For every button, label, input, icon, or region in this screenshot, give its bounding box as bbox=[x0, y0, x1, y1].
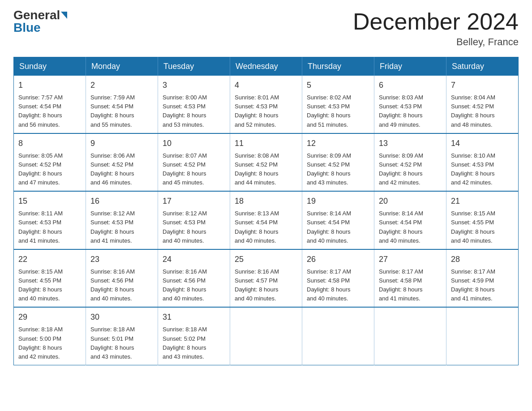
calendar-cell: 12 Sunrise: 8:09 AM Sunset: 4:52 PM Dayl… bbox=[302, 133, 374, 192]
header-monday: Monday bbox=[86, 57, 158, 76]
location-label: Belley, France bbox=[353, 36, 519, 48]
header-sunday: Sunday bbox=[14, 57, 86, 76]
calendar-cell: 28 Sunrise: 8:17 AM Sunset: 4:59 PM Dayl… bbox=[446, 249, 519, 308]
calendar-cell: 22 Sunrise: 8:15 AM Sunset: 4:55 PM Dayl… bbox=[14, 249, 86, 308]
calendar-cell: 7 Sunrise: 8:04 AM Sunset: 4:52 PM Dayli… bbox=[446, 76, 519, 133]
header-tuesday: Tuesday bbox=[158, 57, 230, 76]
calendar-week-row: 22 Sunrise: 8:15 AM Sunset: 4:55 PM Dayl… bbox=[14, 249, 519, 308]
day-number: 31 bbox=[163, 311, 225, 323]
calendar-cell: 15 Sunrise: 8:11 AM Sunset: 4:53 PM Dayl… bbox=[14, 191, 86, 249]
day-number: 28 bbox=[451, 253, 514, 265]
day-info: Sunrise: 8:17 AM Sunset: 4:58 PM Dayligh… bbox=[379, 267, 442, 304]
day-info: Sunrise: 8:18 AM Sunset: 5:00 PM Dayligh… bbox=[18, 325, 81, 361]
header-friday: Friday bbox=[374, 57, 446, 76]
calendar-cell: 6 Sunrise: 8:03 AM Sunset: 4:53 PM Dayli… bbox=[374, 76, 446, 133]
logo-blue-text: Blue bbox=[13, 21, 41, 34]
day-info: Sunrise: 7:59 AM Sunset: 4:54 PM Dayligh… bbox=[90, 93, 153, 129]
calendar-cell: 16 Sunrise: 8:12 AM Sunset: 4:53 PM Dayl… bbox=[86, 191, 158, 249]
day-info: Sunrise: 8:05 AM Sunset: 4:52 PM Dayligh… bbox=[18, 151, 81, 188]
logo-general-text: General bbox=[13, 9, 60, 21]
calendar-table: Sunday Monday Tuesday Wednesday Thursday… bbox=[13, 57, 519, 365]
calendar-cell: 2 Sunrise: 7:59 AM Sunset: 4:54 PM Dayli… bbox=[86, 76, 158, 133]
month-title: December 2024 bbox=[353, 9, 519, 34]
header-saturday: Saturday bbox=[446, 57, 519, 76]
calendar-header-row: Sunday Monday Tuesday Wednesday Thursday… bbox=[14, 57, 519, 76]
page-header: General Blue December 2024 Belley, Franc… bbox=[13, 9, 519, 48]
calendar-week-row: 29 Sunrise: 8:18 AM Sunset: 5:00 PM Dayl… bbox=[14, 307, 519, 365]
day-number: 29 bbox=[18, 311, 81, 323]
calendar-cell: 24 Sunrise: 8:16 AM Sunset: 4:56 PM Dayl… bbox=[158, 249, 230, 308]
calendar-cell bbox=[230, 307, 302, 365]
header-thursday: Thursday bbox=[302, 57, 374, 76]
day-info: Sunrise: 8:18 AM Sunset: 5:02 PM Dayligh… bbox=[163, 325, 225, 361]
day-info: Sunrise: 8:07 AM Sunset: 4:52 PM Dayligh… bbox=[163, 151, 225, 188]
logo-arrow-icon bbox=[61, 12, 67, 19]
day-info: Sunrise: 8:16 AM Sunset: 4:56 PM Dayligh… bbox=[163, 267, 225, 304]
day-number: 12 bbox=[307, 137, 369, 150]
day-info: Sunrise: 8:01 AM Sunset: 4:53 PM Dayligh… bbox=[235, 93, 297, 129]
calendar-cell: 1 Sunrise: 7:57 AM Sunset: 4:54 PM Dayli… bbox=[14, 76, 86, 133]
day-info: Sunrise: 8:09 AM Sunset: 4:52 PM Dayligh… bbox=[379, 151, 442, 188]
day-number: 3 bbox=[163, 79, 225, 91]
day-number: 26 bbox=[307, 253, 369, 265]
day-number: 13 bbox=[379, 137, 442, 150]
day-number: 4 bbox=[235, 79, 297, 91]
day-info: Sunrise: 8:17 AM Sunset: 4:58 PM Dayligh… bbox=[307, 267, 369, 304]
calendar-cell: 4 Sunrise: 8:01 AM Sunset: 4:53 PM Dayli… bbox=[230, 76, 302, 133]
day-info: Sunrise: 8:17 AM Sunset: 4:59 PM Dayligh… bbox=[451, 267, 514, 304]
calendar-cell: 14 Sunrise: 8:10 AM Sunset: 4:53 PM Dayl… bbox=[446, 133, 519, 192]
day-info: Sunrise: 8:16 AM Sunset: 4:57 PM Dayligh… bbox=[235, 267, 297, 304]
day-number: 6 bbox=[379, 79, 442, 91]
calendar-cell bbox=[374, 307, 446, 365]
day-number: 9 bbox=[90, 137, 153, 150]
day-info: Sunrise: 8:14 AM Sunset: 4:54 PM Dayligh… bbox=[307, 209, 369, 245]
day-info: Sunrise: 8:04 AM Sunset: 4:52 PM Dayligh… bbox=[451, 93, 514, 129]
calendar-cell bbox=[302, 307, 374, 365]
day-info: Sunrise: 8:03 AM Sunset: 4:53 PM Dayligh… bbox=[379, 93, 442, 129]
day-number: 22 bbox=[18, 253, 81, 265]
day-number: 21 bbox=[451, 195, 514, 207]
day-number: 20 bbox=[379, 195, 442, 207]
header-wednesday: Wednesday bbox=[230, 57, 302, 76]
calendar-week-row: 15 Sunrise: 8:11 AM Sunset: 4:53 PM Dayl… bbox=[14, 191, 519, 249]
calendar-cell: 17 Sunrise: 8:12 AM Sunset: 4:53 PM Dayl… bbox=[158, 191, 230, 249]
day-info: Sunrise: 8:11 AM Sunset: 4:53 PM Dayligh… bbox=[18, 209, 81, 245]
day-number: 11 bbox=[235, 137, 297, 150]
day-info: Sunrise: 8:10 AM Sunset: 4:53 PM Dayligh… bbox=[451, 151, 514, 188]
day-number: 15 bbox=[18, 195, 81, 207]
day-info: Sunrise: 8:12 AM Sunset: 4:53 PM Dayligh… bbox=[90, 209, 153, 245]
day-info: Sunrise: 8:13 AM Sunset: 4:54 PM Dayligh… bbox=[235, 209, 297, 245]
calendar-cell: 26 Sunrise: 8:17 AM Sunset: 4:58 PM Dayl… bbox=[302, 249, 374, 308]
day-number: 10 bbox=[163, 137, 225, 150]
day-number: 30 bbox=[90, 311, 153, 323]
day-number: 7 bbox=[451, 79, 514, 91]
day-info: Sunrise: 8:00 AM Sunset: 4:53 PM Dayligh… bbox=[163, 93, 225, 129]
calendar-cell: 10 Sunrise: 8:07 AM Sunset: 4:52 PM Dayl… bbox=[158, 133, 230, 192]
calendar-cell: 30 Sunrise: 8:18 AM Sunset: 5:01 PM Dayl… bbox=[86, 307, 158, 365]
day-info: Sunrise: 7:57 AM Sunset: 4:54 PM Dayligh… bbox=[18, 93, 81, 129]
calendar-cell: 8 Sunrise: 8:05 AM Sunset: 4:52 PM Dayli… bbox=[14, 133, 86, 192]
day-number: 18 bbox=[235, 195, 297, 207]
day-info: Sunrise: 8:09 AM Sunset: 4:52 PM Dayligh… bbox=[307, 151, 369, 188]
calendar-cell bbox=[446, 307, 519, 365]
calendar-week-row: 8 Sunrise: 8:05 AM Sunset: 4:52 PM Dayli… bbox=[14, 133, 519, 192]
calendar-cell: 31 Sunrise: 8:18 AM Sunset: 5:02 PM Dayl… bbox=[158, 307, 230, 365]
logo: General Blue bbox=[13, 9, 67, 34]
day-info: Sunrise: 8:16 AM Sunset: 4:56 PM Dayligh… bbox=[90, 267, 153, 304]
calendar-cell: 23 Sunrise: 8:16 AM Sunset: 4:56 PM Dayl… bbox=[86, 249, 158, 308]
calendar-cell: 19 Sunrise: 8:14 AM Sunset: 4:54 PM Dayl… bbox=[302, 191, 374, 249]
day-number: 16 bbox=[90, 195, 153, 207]
day-info: Sunrise: 8:18 AM Sunset: 5:01 PM Dayligh… bbox=[90, 325, 153, 361]
day-number: 8 bbox=[18, 137, 81, 150]
day-number: 14 bbox=[451, 137, 514, 150]
day-number: 24 bbox=[163, 253, 225, 265]
calendar-cell: 29 Sunrise: 8:18 AM Sunset: 5:00 PM Dayl… bbox=[14, 307, 86, 365]
calendar-cell: 25 Sunrise: 8:16 AM Sunset: 4:57 PM Dayl… bbox=[230, 249, 302, 308]
day-info: Sunrise: 8:12 AM Sunset: 4:53 PM Dayligh… bbox=[163, 209, 225, 245]
calendar-cell: 20 Sunrise: 8:14 AM Sunset: 4:54 PM Dayl… bbox=[374, 191, 446, 249]
calendar-cell: 11 Sunrise: 8:08 AM Sunset: 4:52 PM Dayl… bbox=[230, 133, 302, 192]
day-number: 2 bbox=[90, 79, 153, 91]
day-number: 1 bbox=[18, 79, 81, 91]
calendar-cell: 5 Sunrise: 8:02 AM Sunset: 4:53 PM Dayli… bbox=[302, 76, 374, 133]
calendar-week-row: 1 Sunrise: 7:57 AM Sunset: 4:54 PM Dayli… bbox=[14, 76, 519, 133]
